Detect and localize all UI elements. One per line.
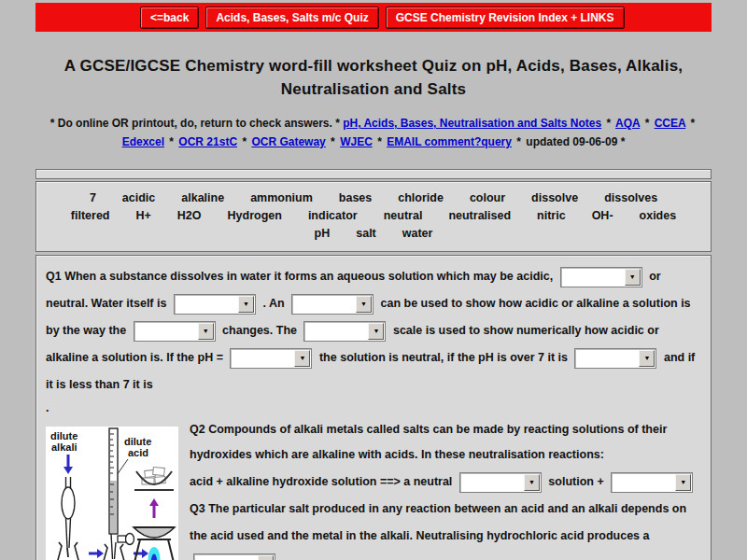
dropdown-arrow-icon: ▼: [675, 474, 691, 491]
separator: *: [691, 117, 696, 130]
intro-links: * Do online OR printout, do, return to c…: [37, 114, 710, 151]
q2-answer-select-1[interactable]: ▼: [459, 472, 542, 493]
dropdown-arrow-icon: ▼: [639, 350, 655, 367]
page: <=back Acids, Bases, Salts m/c Quiz GCSE…: [35, 3, 712, 560]
link-aqa[interactable]: AQA: [615, 117, 640, 130]
q1-answer-select-6[interactable]: ▼: [230, 348, 312, 369]
word: chloride: [398, 191, 444, 204]
dropdown-arrow-icon: ▼: [356, 296, 372, 313]
word: acidic: [122, 191, 155, 204]
word: bases: [339, 191, 372, 204]
word-bank-row: pHsaltwater: [40, 225, 707, 243]
revision-index-button[interactable]: GCSE Chemistry Revision Index + LINKS: [386, 7, 625, 29]
dropdown-arrow-icon: ▼: [294, 350, 310, 367]
separator: *: [516, 135, 521, 148]
separator: *: [606, 117, 611, 130]
figure-label-dilute-alkali: dilute: [50, 430, 78, 441]
link-ocr-21stc[interactable]: OCR 21stC: [178, 135, 237, 148]
word-bank-row: 7acidicalkalineammoniumbaseschloridecolo…: [40, 189, 707, 207]
word: salt: [356, 227, 376, 240]
word: indicator: [308, 209, 358, 222]
dropdown-arrow-icon: ▼: [625, 269, 641, 286]
word: oxides: [640, 209, 677, 222]
link-ocr-gateway[interactable]: OCR Gateway: [251, 135, 325, 148]
dropdown-arrow-icon: ▼: [258, 555, 274, 560]
word: neutralised: [448, 209, 511, 222]
word: water: [402, 227, 433, 240]
figure-label-dilute-alkali: alkali: [51, 441, 78, 453]
word: alkaline: [181, 191, 224, 204]
q1-answer-select-7[interactable]: ▼: [574, 348, 656, 369]
q1-answer-select-2[interactable]: ▼: [174, 294, 256, 315]
separator: *: [331, 135, 335, 148]
q2-text: acid + alkaline hydroxide solution ==> a…: [190, 475, 452, 488]
q1-answer-select-4[interactable]: ▼: [134, 321, 216, 342]
q1-answer-select-5[interactable]: ▼: [303, 321, 386, 342]
word-bank: 7acidicalkalineammoniumbaseschloridecolo…: [35, 181, 712, 252]
separator: *: [377, 135, 382, 148]
word: 7: [90, 191, 96, 204]
burette-tap: [118, 536, 126, 542]
dropdown-arrow-icon: ▼: [524, 474, 540, 491]
intro-pre-text: * Do online OR printout, do, return to c…: [50, 117, 340, 130]
word: filtered: [71, 209, 110, 222]
q1-text: Q1 When a substance dissolves in water i…: [46, 270, 553, 283]
q1-answer-select-3[interactable]: ▼: [291, 294, 374, 315]
word: pH: [315, 227, 331, 240]
word: neutral: [384, 209, 423, 222]
word: H+: [136, 209, 151, 222]
back-button[interactable]: <=back: [140, 7, 199, 29]
q3-text: Q3 The particular salt produced in any r…: [190, 502, 686, 542]
word: colour: [470, 191, 505, 204]
q2-text: solution +: [548, 475, 603, 488]
word: H2O: [177, 209, 202, 222]
separator: *: [645, 117, 650, 130]
word: ammonium: [250, 191, 313, 204]
top-strip: [35, 169, 712, 179]
link-notes[interactable]: pH, Acids, Bases, Neutralisation and Sal…: [343, 117, 601, 130]
q1-text: the solution is neutral, if the pH is ov…: [319, 351, 568, 364]
separator: *: [169, 135, 174, 148]
link-ccea[interactable]: CCEA: [655, 117, 686, 130]
separator: *: [242, 135, 247, 148]
dropdown-arrow-icon: ▼: [238, 296, 254, 313]
word: dissolve: [531, 191, 578, 204]
updated-text: updated 09-06-09 *: [526, 135, 625, 148]
dropdown-arrow-icon: ▼: [368, 323, 384, 340]
dropdown-arrow-icon: ▼: [198, 323, 214, 340]
header-bar: <=back Acids, Bases, Salts m/c Quiz GCSE…: [35, 3, 712, 32]
figure-label-dilute-acid: dilute: [124, 436, 151, 447]
word: Hydrogen: [228, 209, 282, 222]
word: OH-: [592, 209, 613, 222]
question-1: Q1 When a substance dissolves in water i…: [46, 263, 701, 399]
q3-text: .: [282, 556, 285, 560]
link-edexcel[interactable]: Edexcel: [122, 135, 164, 148]
q1-answer-select-1[interactable]: ▼: [560, 267, 642, 287]
word: dissolves: [604, 191, 657, 204]
titration-diagram: dilute alkali dilute acid: [46, 427, 178, 560]
q1-trailing-period: .: [46, 399, 701, 417]
questions-panel: Q1 When a substance dissolves in water i…: [35, 255, 712, 560]
q2-answer-select-2[interactable]: ▼: [611, 472, 693, 493]
mc-quiz-button[interactable]: Acids, Bases, Salts m/c Quiz: [205, 7, 378, 29]
word: nitric: [537, 209, 566, 222]
q3-answer-select-1[interactable]: ▼: [193, 553, 275, 560]
word-bank-row: filteredH+H2OHydrogenindicatorneutralneu…: [40, 207, 707, 225]
link-wjec[interactable]: WJEC: [340, 135, 373, 148]
page-title: A GCSE/IGCSE Chemistry word-fill workshe…: [41, 54, 706, 101]
q1-text: changes. The: [222, 324, 297, 337]
q1-text: . An: [262, 297, 284, 310]
figure-label-dilute-acid: acid: [128, 447, 148, 458]
link-email[interactable]: EMAIL comment?query: [387, 135, 512, 148]
